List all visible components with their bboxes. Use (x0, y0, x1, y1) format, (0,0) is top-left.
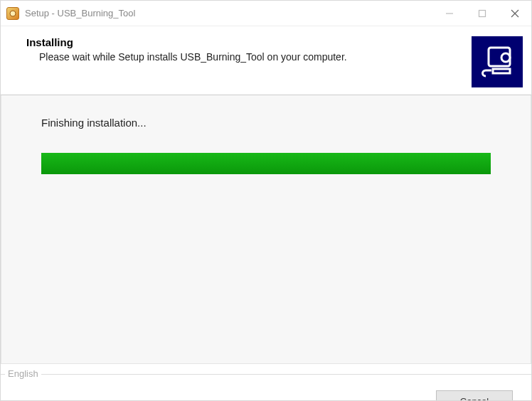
install-status-text: Finishing installation... (41, 117, 491, 129)
header-subtitle: Please wait while Setup installs USB_Bur… (26, 51, 466, 63)
titlebar: Setup - USB_Burning_Tool (1, 1, 531, 26)
minimize-button[interactable] (433, 1, 466, 26)
maximize-button[interactable] (466, 1, 499, 26)
progress-bar (41, 153, 491, 174)
cancel-button[interactable]: Cancel (436, 390, 513, 401)
language-row: English (1, 360, 531, 380)
wizard-content: Finishing installation... (1, 95, 531, 364)
wizard-header: Installing Please wait while Setup insta… (1, 26, 531, 95)
app-icon (6, 7, 19, 20)
wizard-footer: Cancel (1, 380, 531, 401)
banner-icon (472, 36, 523, 87)
language-label: English (5, 368, 41, 379)
window-controls (433, 1, 531, 26)
svg-rect-2 (479, 10, 486, 16)
progress-bar-fill (41, 153, 491, 174)
svg-point-7 (501, 53, 510, 62)
svg-point-0 (10, 11, 16, 16)
svg-rect-6 (493, 69, 510, 73)
close-button[interactable] (499, 1, 531, 26)
window-title: Setup - USB_Burning_Tool (25, 8, 135, 18)
header-title: Installing (26, 36, 466, 48)
